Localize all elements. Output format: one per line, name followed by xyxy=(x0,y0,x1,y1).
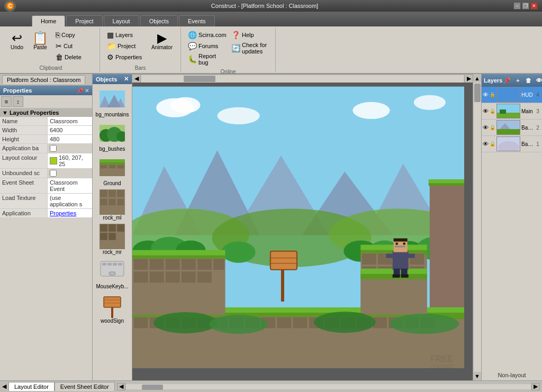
svg-rect-15 xyxy=(117,165,124,169)
tab-objects[interactable]: Objects xyxy=(140,15,178,26)
online-left-buttons: 🌐 Scirra.com 💬 Forums 🐛 Report bug xyxy=(185,30,228,67)
tab-events[interactable]: Events xyxy=(179,15,215,26)
scroll-up-button[interactable]: ▲ xyxy=(474,74,481,83)
scirra-button[interactable]: 🌐 Scirra.com xyxy=(185,30,228,40)
properties-pin-icon[interactable]: 📌 xyxy=(77,88,83,94)
svg-rect-95 xyxy=(213,259,224,270)
obj-mouse-keyboard[interactable]: MouseKeyb... xyxy=(95,258,129,289)
layers-pin-icon[interactable]: 📌 xyxy=(502,76,512,85)
prop-eventsheet-label: Event Sheet xyxy=(0,178,48,193)
canvas-scroll-left[interactable]: ◀ xyxy=(117,383,125,390)
obj-bg-mountains[interactable]: bg_mountains xyxy=(95,86,129,117)
scroll-track-v[interactable] xyxy=(474,83,481,372)
prop-tool-sort[interactable]: ↕ xyxy=(13,96,23,107)
report-button[interactable]: 🐛 Report bug xyxy=(185,52,228,67)
layer-bg2-thumb xyxy=(496,120,520,135)
obj-wood-sign[interactable]: woodSign xyxy=(95,293,129,324)
help-icon: ❓ xyxy=(231,31,240,39)
layer-bg1-lock[interactable]: 🔒 xyxy=(490,141,495,147)
tab-home[interactable]: Home xyxy=(32,15,65,26)
layer-main-visible[interactable]: 👁 xyxy=(483,108,489,114)
animator-button[interactable]: ▶ Animator xyxy=(148,30,176,52)
properties-close-icon[interactable]: ✕ xyxy=(85,88,89,94)
close-button[interactable]: ✕ xyxy=(530,2,538,10)
scroll-thumb-v[interactable] xyxy=(474,84,481,102)
layer-background1[interactable]: 👁 🔒 Backgr... 1 xyxy=(482,136,542,152)
layers-bar-button[interactable]: ▦ Layers xyxy=(104,30,147,40)
canvas-scrollbar-h[interactable]: ◀ ▶ xyxy=(115,383,542,390)
section-label: Layout Properties xyxy=(10,110,59,116)
layers-delete-icon[interactable]: 🗑 xyxy=(523,76,533,85)
delete-button[interactable]: 🗑 Delete xyxy=(53,52,95,62)
canvas-h-thumb[interactable] xyxy=(142,385,163,390)
layers-bar-label: Layers xyxy=(115,32,133,38)
obj-rock-ml[interactable]: rock_ml xyxy=(95,189,129,221)
prop-appbg-value[interactable] xyxy=(48,144,92,153)
layer-background2[interactable]: 👁 🔒 Backgr... 2 xyxy=(482,120,542,136)
layer-bg1-visible[interactable]: 👁 xyxy=(483,141,489,147)
project-classroom-tab[interactable]: Platform School : Classroom xyxy=(2,75,85,84)
prop-unbounded-value[interactable] xyxy=(48,169,92,178)
tab-project[interactable]: Project xyxy=(66,15,102,26)
layer-bg2-lock[interactable]: 🔒 xyxy=(490,125,495,130)
svg-point-132 xyxy=(209,315,267,334)
objects-close-icon[interactable]: ✕ xyxy=(124,76,129,83)
copy-button[interactable]: ⎘ Copy xyxy=(53,30,95,40)
forums-button[interactable]: 💬 Forums xyxy=(185,41,228,51)
svg-rect-19 xyxy=(117,190,124,197)
canvas-scroll-right[interactable]: ▶ xyxy=(531,383,540,390)
prop-tool-categorize[interactable]: ≡ xyxy=(1,96,12,107)
layer-hud-visible[interactable]: 👁 xyxy=(483,92,489,98)
prop-unbounded-checkbox[interactable] xyxy=(50,170,57,177)
layers-visible-icon[interactable]: 👁 xyxy=(534,76,542,85)
non-layout-label: Non-layout xyxy=(482,370,542,380)
game-viewport[interactable]: FREE LOADING xyxy=(132,74,464,380)
check-updates-button[interactable]: 🔄 Check for updates xyxy=(229,41,271,56)
layer-bg2-visible[interactable]: 👁 xyxy=(483,124,489,131)
event-sheet-editor-tab[interactable]: Event Sheet Editor xyxy=(55,382,115,391)
project-bar-button[interactable]: 📁 Project xyxy=(104,41,147,51)
obj-rock-mr[interactable]: rock_mr xyxy=(95,224,129,255)
prop-loadtexture-value[interactable]: (use application s xyxy=(48,194,92,208)
prop-height-value[interactable]: 480 xyxy=(48,135,92,143)
minimize-button[interactable]: − xyxy=(513,2,521,10)
scroll-right-button[interactable]: ▶ xyxy=(464,75,473,83)
canvas-h-track[interactable] xyxy=(125,384,531,390)
help-button[interactable]: ❓ Help xyxy=(229,30,271,40)
layer-main[interactable]: 👁 🔒 Main 3 xyxy=(482,103,542,120)
layer-hud[interactable]: 👁 🔓 HUD 4 xyxy=(482,87,542,103)
color-swatch[interactable] xyxy=(50,157,57,165)
properties-header-label: Properties xyxy=(3,87,32,94)
prop-eventsheet-value[interactable]: Classroom Event xyxy=(48,178,92,193)
svg-rect-78 xyxy=(293,317,308,329)
tab-scroll-left[interactable]: ◀ xyxy=(0,383,8,390)
prop-width-value[interactable]: 6400 xyxy=(48,126,92,134)
layer-bg2-name: Backgr... xyxy=(521,125,534,131)
svg-rect-97 xyxy=(149,271,164,283)
paste-button[interactable]: 📋 Paste xyxy=(29,30,52,52)
vertical-scrollbar[interactable]: ▲ ▼ xyxy=(473,74,481,380)
layout-editor-tab[interactable]: Layout Editor xyxy=(8,382,55,391)
tab-layout[interactable]: Layout xyxy=(104,15,139,26)
prop-appbg-checkbox[interactable] xyxy=(50,145,57,152)
scirra-icon: 🌐 xyxy=(188,31,197,39)
undo-button[interactable]: ↩ Undo xyxy=(6,30,28,52)
prop-name-value[interactable]: Classroom xyxy=(48,117,92,125)
prop-unbounded-row: Unbounded sc xyxy=(0,169,92,178)
svg-rect-20 xyxy=(100,198,107,206)
prop-color-value[interactable]: 160, 207, 25 xyxy=(48,153,92,168)
prop-color-row: Layout colour 160, 207, 25 xyxy=(0,153,92,169)
properties-bar-button[interactable]: ⚙ Properties xyxy=(104,52,147,62)
restore-button[interactable]: ❐ xyxy=(522,2,529,10)
obj-bg-bushes[interactable]: bg_bushes xyxy=(95,121,129,152)
report-label: Report bug xyxy=(198,53,225,66)
prop-application-value[interactable]: Properties xyxy=(48,209,92,217)
layer-main-lock[interactable]: 🔒 xyxy=(490,108,495,114)
scroll-down-button[interactable]: ▼ xyxy=(474,372,481,380)
layer-hud-lock[interactable]: 🔓 xyxy=(490,92,495,97)
prop-width-label: Width xyxy=(0,126,48,134)
obj-ground[interactable]: Ground xyxy=(95,155,129,186)
layout-properties-section[interactable]: ▼ Layout Properties xyxy=(0,108,92,117)
layers-add-icon[interactable]: + xyxy=(513,76,522,85)
cut-button[interactable]: ✂ Cut xyxy=(53,41,95,51)
